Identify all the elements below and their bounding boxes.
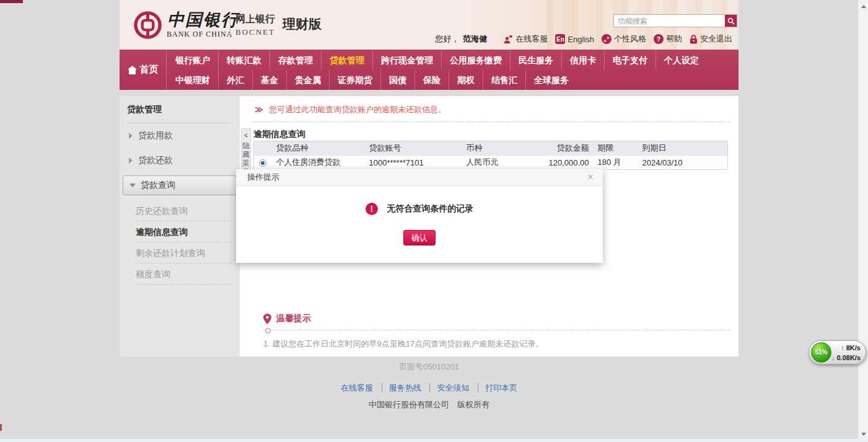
nav-item-deposit[interactable]: 存款管理 (270, 50, 322, 70)
tips-dashed-line (263, 330, 730, 330)
link-label: English (568, 35, 594, 44)
nav-item-personal-set[interactable]: 个人设定 (656, 50, 707, 70)
page-notice: ≫ 您可通过此功能查询贷款账户的逾期未还款信息。 (240, 96, 739, 115)
link-safe-exit[interactable]: 安全退出 (690, 33, 732, 45)
nav-item-public-pay[interactable]: 公用服务缴费 (442, 50, 511, 70)
search-input[interactable] (614, 17, 725, 25)
sidebar-item-overdue-query[interactable]: 逾期信息查询 (136, 221, 232, 242)
link-label: 在线客服 (515, 33, 548, 45)
nav-home[interactable]: 首页 (120, 50, 167, 90)
nav-item-bonds[interactable]: 国债 (381, 70, 415, 90)
greeting-text: 您好， (435, 33, 459, 45)
scroll-down-icon[interactable] (858, 429, 868, 440)
link-help[interactable]: ? 帮助 (654, 33, 682, 45)
nav-item-epay[interactable]: 电子支付 (605, 50, 656, 70)
net-rates: 8K/s 0.08K/s (831, 343, 861, 363)
warm-tips: 温馨提示 1. 建议您在工作日北京时间的早9点至晚17点间查询贷款账户逾期未还款… (263, 313, 730, 350)
username: 范海健 (463, 33, 487, 45)
table-header-row: 贷款品种 贷款账号 币种 贷款金额 期限 到期日 (254, 141, 728, 156)
radio-column-header (254, 141, 271, 156)
sidebar-group-loan-repay[interactable]: 贷款还款 (120, 148, 240, 173)
nav-item-livelihood[interactable]: 民生服务 (511, 50, 562, 70)
nav-item-insurance[interactable]: 保险 (415, 70, 449, 90)
nav-item-boc-wealth[interactable]: 中银理财 (167, 70, 219, 90)
search-button[interactable] (725, 15, 737, 27)
nav-item-funds[interactable]: 基金 (253, 70, 287, 90)
sidebar-item-history-query[interactable]: 历史还款查询 (136, 200, 232, 221)
col-account: 贷款账号 (364, 141, 462, 156)
sidebar-item-remaining-plan-query[interactable]: 剩余还款计划查询 (136, 242, 232, 263)
sidebar-group-loan-use[interactable]: 贷款用款 (120, 123, 240, 148)
col-due-date: 到期日 (636, 141, 728, 156)
sidebar-item-quota-query[interactable]: 额度查询 (136, 263, 232, 285)
nav-item-bank-account[interactable]: 银行账户 (167, 50, 219, 70)
sidebar-group-loan-query[interactable]: 贷款查询 (123, 175, 237, 195)
link-online-service[interactable]: 在线客服 (503, 33, 548, 45)
bank-name-en: BANK OF CHINA (167, 30, 232, 39)
dashed-divider (252, 122, 730, 122)
table-row: 个人住房消费贷款 1000******7101 人民币元 120,000.00 … (254, 156, 728, 170)
cell-account: 1000******7101 (364, 156, 462, 170)
scrollbar[interactable] (857, 0, 868, 442)
nav-item-gold[interactable]: 贵金属 (287, 70, 330, 90)
net-speed-widget[interactable]: 51% 8K/s 0.08K/s (809, 340, 866, 365)
nav-item-settlement[interactable]: 结售汇 (483, 70, 526, 90)
sidebar: 贷款管理 贷款用款 贷款还款 贷款查询 历史还款查询 逾期信息查询 剩余还款计划… (120, 96, 240, 356)
product-name-cn: 网上银行 (235, 13, 275, 26)
cell-term: 180 月 (592, 156, 636, 170)
footer-link-online-service[interactable]: 在线客服 (341, 383, 373, 392)
double-chevron-icon: ≫ (255, 105, 263, 114)
swap-icon (602, 34, 612, 44)
link-english[interactable]: En English (555, 34, 594, 44)
upload-speed: 8K/s (831, 343, 861, 353)
greeting-bar: 您好， 范海健 在线客服 En English (435, 33, 732, 45)
tips-note: 1. 建议您在工作日北京时间的早9点至晚17点间查询贷款账户逾期未还款记录。 (263, 338, 730, 350)
dialog-titlebar: 操作提示 × (236, 169, 603, 186)
cell-product: 个人住房消费贷款 (271, 156, 364, 170)
question-icon: ? (654, 34, 664, 44)
col-currency: 币种 (462, 141, 524, 156)
alert-icon: ! (366, 203, 378, 215)
en-badge-icon: En (555, 34, 565, 44)
scroll-up-icon[interactable] (858, 1, 868, 12)
close-icon[interactable]: × (584, 169, 597, 185)
link-personal-style[interactable]: 个性风格 (602, 33, 646, 45)
footer-link-hotline[interactable]: 服务热线 (382, 383, 421, 392)
notice-text: 您可通过此功能查询贷款账户的逾期未还款信息。 (269, 105, 446, 114)
link-label: 帮助 (666, 33, 682, 45)
chevron-right-icon (129, 133, 133, 139)
cell-currency: 人民币元 (462, 156, 524, 170)
nav-item-forex[interactable]: 外汇 (219, 70, 253, 90)
chevron-down-icon (129, 183, 136, 187)
col-amount: 贷款金额 (524, 141, 592, 156)
nav-item-securities[interactable]: 证券期货 (330, 70, 381, 90)
confirm-button[interactable]: 确认 (403, 230, 436, 245)
function-search (613, 14, 737, 27)
cell-amount: 120,000.00 (524, 156, 592, 170)
col-product: 贷款品种 (271, 141, 364, 156)
row-radio-selected[interactable] (259, 159, 266, 167)
section-title: 逾期信息查询 (253, 129, 739, 140)
site-header: 中国银行 BANK OF CHINA 网上银行 BOCNET 理财版 您好， 范… (120, 0, 739, 50)
nav-rows: 银行账户 转账汇款 存款管理 贷款管理 跨行现金管理 公用服务缴费 民生服务 信… (167, 50, 739, 90)
product-name-en: BOCNET (235, 27, 275, 37)
nav-item-loan[interactable]: 贷款管理 (322, 50, 373, 70)
col-term: 期限 (592, 141, 636, 156)
header-divider (230, 12, 230, 38)
memory-percent-ball: 51% (811, 342, 831, 363)
nav-item-global[interactable]: 全球服务 (526, 70, 577, 90)
link-label: 个性风格 (614, 33, 646, 45)
footer-link-print[interactable]: 打印本页 (478, 383, 517, 392)
nav-item-options[interactable]: 期权 (449, 70, 483, 90)
nav-item-transfer[interactable]: 转账汇款 (219, 50, 270, 70)
footer-link-security[interactable]: 安全须知 (429, 383, 469, 392)
sidebar-group-label: 贷款用款 (138, 130, 173, 141)
nav-item-crossbank-cash[interactable]: 跨行现金管理 (373, 50, 442, 70)
sidebar-title: 贷款管理 (127, 104, 232, 123)
sidebar-group-label: 贷款还款 (138, 155, 173, 166)
dialog-message: 无符合查询条件的记录 (387, 203, 473, 213)
dialog-title: 操作提示 (247, 172, 279, 182)
bottom-edge-strip (0, 439, 868, 442)
lock-icon (690, 35, 698, 44)
nav-item-credit-card[interactable]: 信用卡 (562, 50, 605, 70)
